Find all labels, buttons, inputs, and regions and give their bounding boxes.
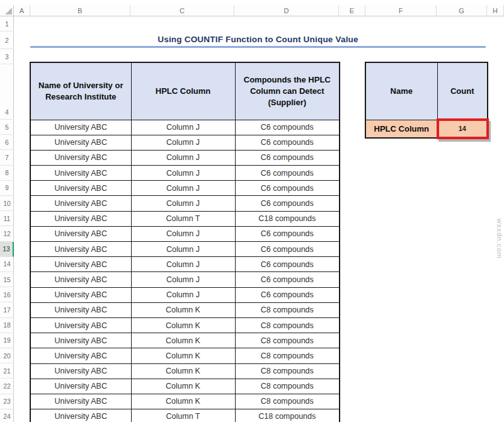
table-cell[interactable]: C6 compounds [235, 135, 340, 150]
table-cell[interactable]: University ABC [30, 135, 131, 150]
table-cell[interactable]: Column J [131, 166, 235, 181]
row-header-24[interactable]: 24 [0, 409, 14, 422]
table-cell[interactable]: University ABC [30, 242, 131, 257]
table-cell[interactable]: Column K [131, 394, 235, 409]
result-name-cell[interactable]: HPLC Column [365, 120, 437, 138]
table-cell[interactable]: C6 compounds [235, 181, 340, 196]
row-header-17[interactable]: 17 [0, 302, 14, 317]
table-cell[interactable]: University ABC [30, 211, 131, 226]
table-cell[interactable]: University ABC [30, 333, 131, 348]
column-header-e[interactable]: E [339, 5, 365, 16]
row-header-3[interactable]: 3 [0, 49, 14, 64]
row-header-14[interactable]: 14 [0, 257, 14, 272]
table-cell[interactable]: University ABC [30, 166, 131, 181]
table-cell[interactable]: Column J [131, 257, 235, 272]
header-university[interactable]: Name of University or Research Institute [30, 62, 131, 120]
row-header-8[interactable]: 8 [0, 166, 14, 181]
table-cell[interactable]: University ABC [30, 272, 131, 287]
column-header-d[interactable]: D [234, 5, 339, 16]
worksheet-title[interactable]: Using COUNTIF Function to Count Unique V… [30, 32, 486, 47]
row-header-10[interactable]: 10 [0, 196, 14, 211]
select-all-corner[interactable] [0, 5, 14, 16]
table-cell[interactable]: C6 compounds [235, 287, 340, 302]
table-cell[interactable]: Column K [131, 317, 235, 333]
row-header-7[interactable]: 7 [0, 150, 14, 165]
table-cell[interactable]: University ABC [30, 150, 131, 165]
table-cell[interactable]: C8 compounds [235, 363, 340, 379]
table-cell[interactable]: C6 compounds [235, 166, 340, 181]
header-count[interactable]: Count [437, 62, 488, 120]
table-cell[interactable]: University ABC [30, 379, 131, 394]
table-cell[interactable]: C8 compounds [235, 333, 340, 348]
column-header-h[interactable]: H [487, 5, 504, 16]
table-cell[interactable]: C8 compounds [235, 394, 340, 409]
table-cell[interactable]: Column J [131, 196, 235, 211]
row-header-19[interactable]: 19 [0, 333, 14, 348]
table-cell[interactable]: C6 compounds [235, 196, 340, 211]
column-header-b[interactable]: B [30, 5, 130, 16]
header-hplc-column[interactable]: HPLC Column [131, 62, 235, 120]
row-header-11[interactable]: 11 [0, 211, 14, 226]
table-cell[interactable]: C8 compounds [235, 302, 340, 317]
table-cell[interactable]: Column K [131, 302, 235, 317]
table-cell[interactable]: Column J [131, 287, 235, 302]
table-cell[interactable]: C6 compounds [235, 226, 340, 241]
row-header-21[interactable]: 21 [0, 363, 14, 379]
row-header-20[interactable]: 20 [0, 348, 14, 363]
table-cell[interactable]: C18 compounds [235, 211, 340, 226]
column-header-a[interactable]: A [14, 5, 30, 16]
table-cell[interactable]: Column T [131, 211, 235, 226]
table-cell[interactable]: University ABC [30, 363, 131, 379]
table-cell[interactable]: C8 compounds [235, 348, 340, 363]
table-cell[interactable]: Column T [131, 409, 235, 422]
table-cell[interactable]: C6 compounds [235, 257, 340, 272]
row-header-18[interactable]: 18 [0, 318, 14, 333]
column-header-c[interactable]: C [130, 5, 234, 16]
table-cell[interactable]: C6 compounds [235, 242, 340, 257]
row-header-22[interactable]: 22 [0, 379, 14, 394]
table-cell[interactable]: Column J [131, 181, 235, 196]
table-cell[interactable]: Column J [131, 150, 235, 165]
table-cell[interactable]: C8 compounds [235, 317, 340, 333]
table-cell[interactable]: Column K [131, 333, 235, 348]
table-cell[interactable]: Column K [131, 348, 235, 363]
table-cell[interactable]: Column K [131, 379, 235, 394]
header-name[interactable]: Name [365, 62, 437, 120]
table-cell[interactable]: University ABC [30, 348, 131, 363]
row-header-1[interactable]: 1 [0, 16, 14, 31]
table-cell[interactable]: Column K [131, 363, 235, 379]
row-header-23[interactable]: 23 [0, 394, 14, 409]
row-header-6[interactable]: 6 [0, 135, 14, 150]
table-cell[interactable]: University ABC [30, 226, 131, 241]
table-cell[interactable]: University ABC [30, 120, 131, 135]
row-header-15[interactable]: 15 [0, 272, 14, 287]
row-header-9[interactable]: 9 [0, 181, 14, 196]
row-header-4[interactable]: 4 [0, 64, 14, 120]
row-header-2[interactable]: 2 [0, 31, 14, 49]
column-header-g[interactable]: G [437, 5, 487, 16]
table-cell[interactable]: Column J [131, 272, 235, 287]
row-header-16[interactable]: 16 [0, 287, 14, 302]
table-cell[interactable]: C6 compounds [235, 120, 340, 135]
table-cell[interactable]: University ABC [30, 196, 131, 211]
table-cell[interactable]: C8 compounds [235, 379, 340, 394]
table-cell[interactable]: C6 compounds [235, 150, 340, 165]
table-cell[interactable]: University ABC [30, 302, 131, 317]
table-cell[interactable]: Column J [131, 135, 235, 150]
row-header-5[interactable]: 5 [0, 120, 14, 135]
table-cell[interactable]: University ABC [30, 317, 131, 333]
table-cell[interactable]: Column J [131, 120, 235, 135]
header-compounds[interactable]: Compounds the HPLC Column can Detect (Su… [235, 62, 340, 120]
table-cell[interactable]: University ABC [30, 409, 131, 422]
table-cell[interactable]: University ABC [30, 257, 131, 272]
table-cell[interactable]: University ABC [30, 394, 131, 409]
table-cell[interactable]: C18 compounds [235, 409, 340, 422]
column-header-f[interactable]: F [365, 5, 437, 16]
table-cell[interactable]: Column J [131, 226, 235, 241]
table-cell[interactable]: C6 compounds [235, 272, 340, 287]
table-cell[interactable]: University ABC [30, 287, 131, 302]
row-header-12[interactable]: 12 [0, 226, 14, 241]
row-header-13[interactable]: 13 [0, 242, 14, 257]
table-cell[interactable]: Column J [131, 242, 235, 257]
highlighted-count-cell[interactable]: 14 [437, 120, 488, 138]
